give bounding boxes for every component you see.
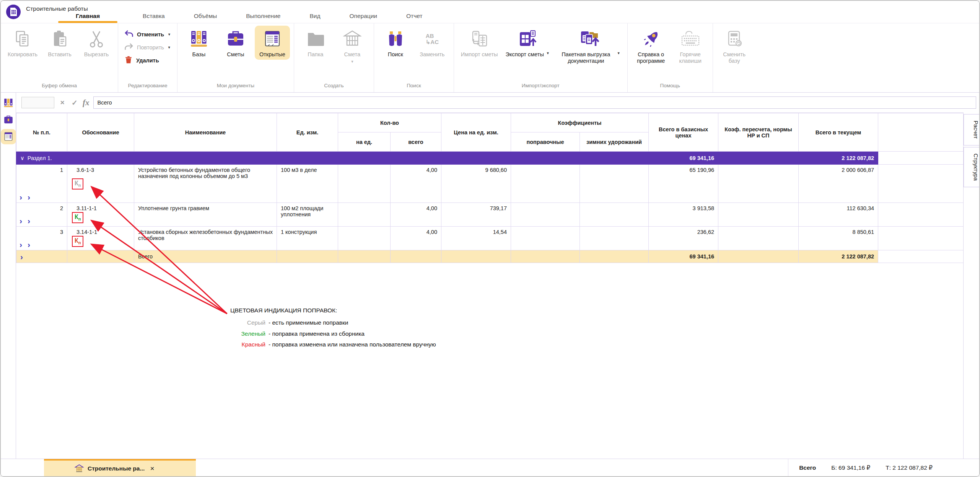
open-documents-button[interactable]: Открытые	[255, 26, 290, 60]
col-header-winter[interactable]: зимних удорожаний	[580, 132, 649, 152]
sidebar-item-estimates[interactable]	[2, 113, 15, 126]
export-estimate-button[interactable]: Экспорт сметы ▼	[502, 26, 552, 60]
panel-tab-structure[interactable]: Структура	[964, 147, 979, 187]
cut-button[interactable]: Вырезать	[79, 26, 114, 60]
undo-dropdown-icon[interactable]: ▼	[168, 33, 171, 36]
row-current-total[interactable]: 2 000 606,87	[799, 165, 878, 203]
row-recalc[interactable]	[718, 165, 799, 203]
row-recalc[interactable]	[718, 227, 799, 250]
row-recalc[interactable]	[718, 203, 799, 227]
tab-vid[interactable]: Вид	[306, 13, 324, 23]
sidebar-item-open-documents[interactable]	[2, 130, 15, 143]
row-price[interactable]: 9 680,60	[441, 165, 511, 203]
confirm-icon[interactable]: ✓	[70, 98, 79, 107]
col-header-correction[interactable]: поправочные	[511, 132, 580, 152]
kp-badge[interactable]: Кп	[75, 180, 81, 186]
sidebar-item-bases[interactable]	[2, 96, 15, 109]
row-winter[interactable]	[580, 165, 649, 203]
col-header-qty-per[interactable]: на ед.	[338, 132, 391, 152]
col-header-recalc[interactable]: Коэф. пересчета, нормы НР и СП	[718, 113, 799, 152]
table-row[interactable]: 3›› 3.14-1-1 Кп Установка сборных железо…	[16, 227, 964, 250]
panel-tab-calculation[interactable]: Расчет	[964, 114, 979, 145]
row-name[interactable]: Устройство бетонных фундаментов общего н…	[134, 165, 277, 203]
batch-export-dropdown-icon[interactable]: ▼	[617, 51, 620, 55]
tab-otchet[interactable]: Отчет	[402, 13, 426, 23]
copy-button[interactable]: Копировать	[5, 26, 41, 60]
table-row[interactable]: 1›› 3.6-1-3 Кп Устройство бетонных фунда…	[16, 165, 964, 203]
col-header-num[interactable]: № п.п.	[16, 113, 67, 152]
row-base-total[interactable]: 65 190,96	[649, 165, 718, 203]
row-winter[interactable]	[580, 227, 649, 250]
col-header-qty[interactable]: Кол-во	[338, 113, 441, 132]
function-icon[interactable]: fx	[83, 98, 90, 108]
row-price[interactable]: 739,17	[441, 203, 511, 227]
replace-button[interactable]: AB↳AC Заменить	[415, 26, 450, 60]
row-name[interactable]: Уплотнение грунта гравием	[134, 203, 277, 227]
search-button[interactable]: Поиск	[378, 26, 413, 60]
row-qty-per[interactable]	[338, 203, 391, 227]
new-folder-button[interactable]: Папка	[298, 26, 333, 60]
row-winter[interactable]	[580, 203, 649, 227]
tab-vstavka[interactable]: Вставка	[139, 13, 169, 23]
expand-resources-icon[interactable]: ››	[20, 240, 36, 248]
delete-button[interactable]: Удалить	[124, 56, 171, 65]
row-base-total[interactable]: 236,62	[649, 227, 718, 250]
new-estimate-dropdown-icon[interactable]: ▼	[350, 60, 354, 64]
tab-obyomy[interactable]: Объёмы	[190, 13, 221, 23]
total-label-cell[interactable]: Всего	[134, 250, 277, 263]
row-correction[interactable]	[511, 203, 580, 227]
row-unit[interactable]: 100 м3 в деле	[277, 165, 338, 203]
expand-resources-icon[interactable]: ››	[20, 217, 36, 225]
table-row[interactable]: 2›› 3.11-1-1 Кп Уплотнение грунта гравие…	[16, 203, 964, 227]
col-header-name[interactable]: Наименование	[134, 113, 277, 152]
row-qty-total[interactable]: 4,00	[391, 165, 441, 203]
bases-button[interactable]: Базы	[181, 26, 217, 60]
expand-total-icon[interactable]: ›	[20, 252, 23, 261]
row-qty-total[interactable]: 4,00	[391, 227, 441, 250]
redo-dropdown-icon[interactable]: ▼	[168, 46, 171, 49]
row-code[interactable]: 3.14-1-1	[77, 229, 97, 235]
row-qty-per[interactable]	[338, 227, 391, 250]
batch-export-button[interactable]: Пакетная выгрузка документации ▼	[554, 26, 623, 67]
col-header-unit-price[interactable]: Цена на ед. изм.	[441, 113, 511, 152]
paste-button[interactable]: Вставить	[42, 26, 77, 60]
row-name[interactable]: Установка сборных железобетонных фундаме…	[134, 227, 277, 250]
row-qty-per[interactable]	[338, 165, 391, 203]
tab-operacii[interactable]: Операции	[345, 13, 381, 23]
total-row[interactable]: › Всего 69 341,16 2 122 087,82	[16, 250, 964, 263]
row-qty-total[interactable]: 4,00	[391, 203, 441, 227]
row-current-total[interactable]: 112 630,34	[799, 203, 878, 227]
formula-input[interactable]: Всего	[93, 96, 977, 109]
row-current-total[interactable]: 8 850,61	[799, 227, 878, 250]
about-button[interactable]: Справка о программе	[632, 26, 671, 67]
cancel-icon[interactable]: ×	[58, 98, 67, 107]
row-base-total[interactable]: 3 913,58	[649, 203, 718, 227]
row-price[interactable]: 14,54	[441, 227, 511, 250]
row-unit[interactable]: 1 конструкция	[277, 227, 338, 250]
row-unit[interactable]: 100 м2 площади уплотнения	[277, 203, 338, 227]
col-header-unit[interactable]: Ед. изм.	[277, 113, 338, 152]
row-code[interactable]: 3.6-1-3	[77, 167, 94, 173]
hotkeys-button[interactable]: Горячие клавиши	[672, 26, 709, 67]
estimates-button[interactable]: Сметы	[218, 26, 253, 60]
section-row[interactable]: ∨ Раздел 1. 69 341,16 2 122 087,82	[16, 152, 964, 165]
undo-button[interactable]: Отменить ▼	[124, 29, 171, 39]
section-collapse-icon[interactable]: ∨	[20, 155, 24, 161]
col-header-justification[interactable]: Обоснование	[67, 113, 134, 152]
document-tab[interactable]: Строительные ра... ×	[44, 459, 196, 476]
import-estimate-button[interactable]: Импорт сметы	[458, 26, 501, 60]
redo-button[interactable]: Повторить ▼	[124, 42, 171, 52]
tab-vypolnenie[interactable]: Выполнение	[242, 13, 284, 23]
export-dropdown-icon[interactable]: ▼	[546, 51, 550, 55]
col-header-qty-total[interactable]: всего	[391, 132, 441, 152]
kp-badge[interactable]: Кп	[75, 237, 81, 244]
cell-reference-input[interactable]	[21, 97, 54, 108]
new-estimate-button[interactable]: Смета ▼	[335, 26, 370, 65]
expand-resources-icon[interactable]: ››	[20, 193, 36, 201]
col-header-current-total[interactable]: Всего в текущем	[799, 113, 878, 152]
row-code[interactable]: 3.11-1-1	[77, 205, 97, 211]
tab-glavnaya[interactable]: Главная	[58, 13, 117, 23]
row-correction[interactable]	[511, 227, 580, 250]
kp-badge[interactable]: Кп	[75, 214, 81, 220]
row-correction[interactable]	[511, 165, 580, 203]
